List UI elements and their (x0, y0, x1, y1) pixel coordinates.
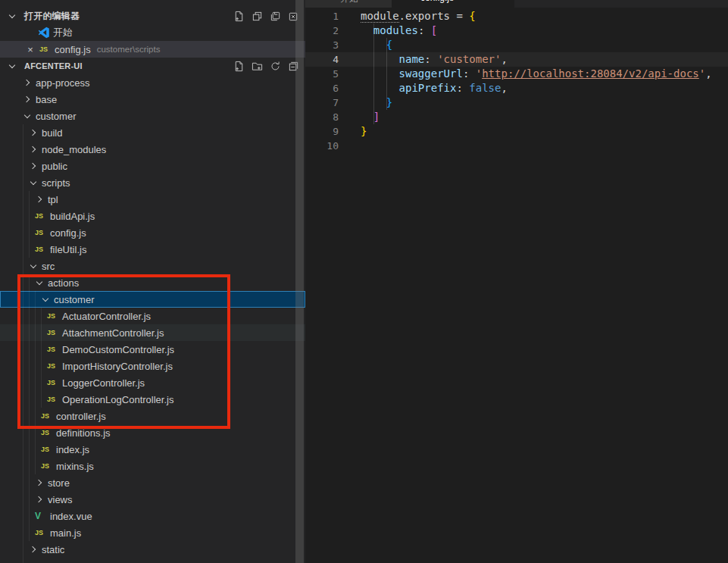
indent-guide (23, 408, 29, 424)
tree-item-index-js[interactable]: JSindex.js (0, 441, 305, 458)
tree-item-node-modules[interactable]: node_modules (0, 141, 305, 158)
tree-item-democustomcontroller-js[interactable]: JSDemoCustomController.js (0, 341, 305, 358)
tree-item-static[interactable]: static (0, 541, 305, 558)
tree-item-importhistorycontroller-js[interactable]: JSImportHistoryController.js (0, 358, 305, 374)
chevron-down-icon (41, 295, 50, 304)
tree-item-fileutil-js[interactable]: JSfileUtil.js (0, 241, 305, 258)
indent-guide (23, 224, 29, 241)
code-line-text: module.exports = { (339, 9, 476, 23)
chevron-right-icon (23, 95, 32, 104)
code-token: ' (476, 67, 482, 80)
tab-start[interactable]: 开始 (305, 0, 392, 8)
tree-item[interactable]: JS (0, 558, 305, 563)
tree-item-label: static (42, 544, 64, 555)
file-tree: app-processbasecustomerbuildnode_modules… (0, 74, 305, 563)
chevron-right-icon (29, 128, 38, 137)
open-editor-label: 开始 (53, 26, 73, 39)
tree-item-attachmentcontroller-js[interactable]: JSAttachmentController.js (0, 324, 305, 341)
tree-item-public[interactable]: public (0, 158, 305, 174)
indent-guide (23, 141, 29, 158)
tree-item-controller-js[interactable]: JScontroller.js (0, 408, 305, 424)
js-file-icon: JS (41, 446, 54, 453)
sidebar-scrollbar[interactable] (295, 0, 304, 563)
tree-item-customer[interactable]: customer (0, 291, 305, 308)
code-editor[interactable]: 开始 config.js 1module.exports = {2 module… (305, 0, 728, 563)
tree-item-app-process[interactable]: app-process (0, 74, 305, 91)
tree-item-tpl[interactable]: tpl (0, 191, 305, 208)
tree-item-main-js[interactable]: JSmain.js (0, 524, 305, 541)
tree-item-actuatorcontroller-js[interactable]: JSActuatorController.js (0, 308, 305, 324)
tree-item-label: src (42, 261, 55, 272)
tree-item-base[interactable]: base (0, 91, 305, 108)
code-token: ] (373, 111, 380, 123)
open-editors-list: 开始×JSconfig.jscustomer\scripts (0, 24, 305, 58)
tree-item-operationlogcontroller-js[interactable]: JSOperationLogController.js (0, 391, 305, 408)
new-file-icon[interactable] (233, 10, 245, 22)
code-token: module (361, 10, 399, 23)
explorer-section-header[interactable]: AFCENTER-UI (0, 58, 305, 74)
chevron-down-icon (8, 61, 17, 70)
tree-item-loggercontroller-js[interactable]: JSLoggerController.js (0, 374, 305, 391)
open-editor-item[interactable]: 开始 (0, 24, 305, 41)
tree-item-store[interactable]: store (0, 474, 305, 491)
tree-item-label: base (36, 94, 57, 105)
indent-guide (41, 341, 47, 358)
tree-item-src[interactable]: src (0, 258, 305, 274)
tree-item-label: definitions.js (56, 427, 111, 439)
indent-guide (35, 391, 41, 408)
code-token: } (386, 96, 392, 108)
editor-layout-icon[interactable] (251, 10, 263, 22)
tree-item-mixins-js[interactable]: JSmixins.js (0, 458, 305, 474)
code-line: 5 swaggerUrl: 'http://localhost:28084/v2… (305, 67, 728, 81)
new-folder-icon[interactable] (251, 60, 263, 72)
js-file-icon: JS (47, 329, 60, 336)
line-number: 3 (305, 38, 339, 52)
close-icon[interactable]: × (24, 44, 36, 55)
save-all-icon[interactable] (269, 10, 281, 22)
js-file-icon: JS (35, 246, 48, 253)
code-area[interactable]: 1module.exports = {2 modules: [3 {4 name… (305, 8, 728, 153)
tree-item-customer[interactable]: customer (0, 108, 305, 124)
tree-item-definitions-js[interactable]: JSdefinitions.js (0, 424, 305, 441)
js-file-icon: JS (35, 212, 48, 220)
editor-tab-bar: 开始 config.js (305, 0, 728, 8)
chevron-down-icon (23, 111, 32, 120)
tree-item-label: tpl (48, 194, 58, 205)
code-token: 'customer' (437, 53, 501, 65)
line-number: 8 (305, 110, 339, 124)
refresh-icon[interactable] (269, 60, 281, 72)
indent-guide (23, 558, 29, 563)
code-line-text: swaggerUrl: 'http://localhost:28084/v2/a… (339, 67, 712, 81)
tree-item-scripts[interactable]: scripts (0, 174, 305, 191)
tree-item-label: index.vue (50, 511, 92, 522)
indent-guide (35, 341, 41, 358)
code-token: modules (373, 24, 418, 36)
indent-guide (29, 274, 35, 291)
code-token: { (386, 39, 392, 51)
tab-label: 开始 (340, 0, 358, 5)
tree-item-label: customer (36, 111, 76, 122)
tree-item-index-vue[interactable]: Vindex.vue (0, 508, 305, 524)
chevron-right-icon (35, 495, 44, 504)
line-number: 6 (305, 81, 339, 95)
tree-item-buildapi-js[interactable]: JSbuildApi.js (0, 208, 305, 224)
indent-guide (29, 208, 35, 224)
tree-item-build[interactable]: build (0, 124, 305, 141)
code-token: : (463, 67, 476, 80)
open-editors-header[interactable]: 打开的编辑器 (0, 8, 305, 24)
js-file-icon: JS (35, 229, 48, 236)
indent-guide (23, 374, 29, 391)
indent-guide (23, 158, 29, 174)
indent-guide (23, 524, 29, 541)
tree-item-config-js[interactable]: JSconfig.js (0, 224, 305, 241)
tree-item-label: LoggerController.js (62, 377, 145, 389)
tree-item-views[interactable]: views (0, 491, 305, 508)
tab-config-js[interactable]: config.js (392, 0, 514, 8)
tree-item-actions[interactable]: actions (0, 274, 305, 291)
code-token (361, 53, 399, 65)
open-editor-item[interactable]: ×JSconfig.jscustomer\scripts (0, 41, 305, 58)
tree-item-label: node_modules (42, 144, 106, 155)
new-file-icon[interactable] (233, 60, 245, 72)
indent-guide (35, 424, 41, 441)
vue-file-icon: V (35, 511, 48, 521)
